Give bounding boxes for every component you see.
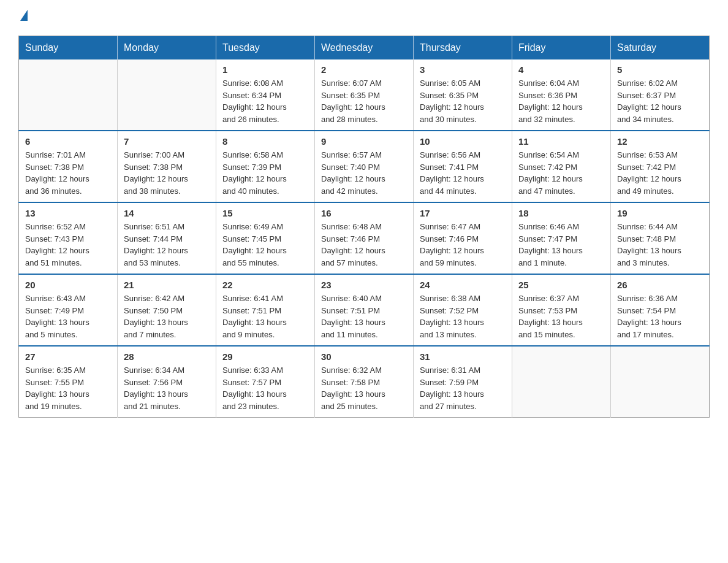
day-number: 25 bbox=[518, 280, 604, 290]
calendar-cell: 25Sunrise: 6:37 AM Sunset: 7:53 PM Dayli… bbox=[512, 274, 611, 346]
day-number: 21 bbox=[124, 280, 210, 290]
day-number: 11 bbox=[518, 136, 604, 147]
day-number: 4 bbox=[518, 64, 604, 75]
day-info: Sunrise: 6:58 AM Sunset: 7:39 PM Dayligh… bbox=[222, 149, 308, 197]
day-number: 18 bbox=[518, 208, 604, 218]
calendar-cell: 21Sunrise: 6:42 AM Sunset: 7:50 PM Dayli… bbox=[118, 274, 216, 346]
day-info: Sunrise: 6:43 AM Sunset: 7:49 PM Dayligh… bbox=[25, 293, 111, 340]
weekday-header-tuesday: Tuesday bbox=[216, 36, 315, 60]
week-row-5: 27Sunrise: 6:35 AM Sunset: 7:55 PM Dayli… bbox=[19, 346, 710, 418]
day-number: 27 bbox=[25, 351, 111, 362]
day-number: 8 bbox=[222, 136, 308, 147]
calendar-cell: 3Sunrise: 6:05 AM Sunset: 6:35 PM Daylig… bbox=[414, 59, 512, 131]
weekday-header-row: SundayMondayTuesdayWednesdayThursdayFrid… bbox=[19, 36, 710, 60]
calendar-cell: 5Sunrise: 6:02 AM Sunset: 6:37 PM Daylig… bbox=[611, 59, 710, 131]
day-info: Sunrise: 6:47 AM Sunset: 7:46 PM Dayligh… bbox=[420, 221, 506, 269]
day-info: Sunrise: 6:40 AM Sunset: 7:51 PM Dayligh… bbox=[321, 293, 407, 340]
day-info: Sunrise: 6:31 AM Sunset: 7:59 PM Dayligh… bbox=[420, 364, 506, 412]
day-info: Sunrise: 6:05 AM Sunset: 6:35 PM Dayligh… bbox=[420, 77, 506, 125]
calendar-cell: 7Sunrise: 7:00 AM Sunset: 7:38 PM Daylig… bbox=[118, 131, 216, 202]
week-row-1: 1Sunrise: 6:08 AM Sunset: 6:34 PM Daylig… bbox=[19, 59, 710, 131]
calendar-cell: 23Sunrise: 6:40 AM Sunset: 7:51 PM Dayli… bbox=[315, 274, 414, 346]
day-info: Sunrise: 6:35 AM Sunset: 7:55 PM Dayligh… bbox=[25, 364, 111, 412]
day-info: Sunrise: 6:57 AM Sunset: 7:40 PM Dayligh… bbox=[321, 149, 407, 197]
day-number: 24 bbox=[420, 280, 506, 290]
day-info: Sunrise: 6:04 AM Sunset: 6:36 PM Dayligh… bbox=[518, 77, 604, 125]
day-number: 14 bbox=[124, 208, 210, 218]
day-info: Sunrise: 6:37 AM Sunset: 7:53 PM Dayligh… bbox=[518, 293, 604, 340]
calendar-table: SundayMondayTuesdayWednesdayThursdayFrid… bbox=[18, 36, 710, 418]
logo-arrow-icon bbox=[20, 10, 28, 21]
weekday-header-saturday: Saturday bbox=[611, 36, 710, 60]
weekday-header-sunday: Sunday bbox=[19, 36, 118, 60]
day-info: Sunrise: 6:53 AM Sunset: 7:42 PM Dayligh… bbox=[617, 149, 703, 197]
calendar-cell: 13Sunrise: 6:52 AM Sunset: 7:43 PM Dayli… bbox=[19, 202, 118, 274]
calendar-cell bbox=[512, 346, 611, 418]
calendar-cell: 22Sunrise: 6:41 AM Sunset: 7:51 PM Dayli… bbox=[216, 274, 315, 346]
day-info: Sunrise: 6:38 AM Sunset: 7:52 PM Dayligh… bbox=[420, 293, 506, 340]
day-info: Sunrise: 6:33 AM Sunset: 7:57 PM Dayligh… bbox=[222, 364, 308, 412]
weekday-header-wednesday: Wednesday bbox=[315, 36, 414, 60]
calendar-cell: 10Sunrise: 6:56 AM Sunset: 7:41 PM Dayli… bbox=[414, 131, 512, 202]
calendar-cell bbox=[118, 59, 216, 131]
day-number: 22 bbox=[222, 280, 308, 290]
day-number: 19 bbox=[617, 208, 703, 218]
day-number: 20 bbox=[25, 280, 111, 290]
day-info: Sunrise: 7:00 AM Sunset: 7:38 PM Dayligh… bbox=[124, 149, 210, 197]
day-number: 7 bbox=[124, 136, 210, 147]
day-number: 31 bbox=[420, 351, 506, 362]
day-number: 9 bbox=[321, 136, 407, 147]
calendar-cell: 16Sunrise: 6:48 AM Sunset: 7:46 PM Dayli… bbox=[315, 202, 414, 274]
day-info: Sunrise: 6:56 AM Sunset: 7:41 PM Dayligh… bbox=[420, 149, 506, 197]
calendar-cell: 1Sunrise: 6:08 AM Sunset: 6:34 PM Daylig… bbox=[216, 59, 315, 131]
day-number: 2 bbox=[321, 64, 407, 75]
day-info: Sunrise: 6:07 AM Sunset: 6:35 PM Dayligh… bbox=[321, 77, 407, 125]
week-row-2: 6Sunrise: 7:01 AM Sunset: 7:38 PM Daylig… bbox=[19, 131, 710, 202]
calendar-cell: 15Sunrise: 6:49 AM Sunset: 7:45 PM Dayli… bbox=[216, 202, 315, 274]
calendar-cell: 17Sunrise: 6:47 AM Sunset: 7:46 PM Dayli… bbox=[414, 202, 512, 274]
calendar-body: 1Sunrise: 6:08 AM Sunset: 6:34 PM Daylig… bbox=[19, 59, 710, 418]
calendar-cell: 4Sunrise: 6:04 AM Sunset: 6:36 PM Daylig… bbox=[512, 59, 611, 131]
calendar-cell: 11Sunrise: 6:54 AM Sunset: 7:42 PM Dayli… bbox=[512, 131, 611, 202]
day-number: 12 bbox=[617, 136, 703, 147]
weekday-header-thursday: Thursday bbox=[414, 36, 512, 60]
day-number: 15 bbox=[222, 208, 308, 218]
day-info: Sunrise: 6:41 AM Sunset: 7:51 PM Dayligh… bbox=[222, 293, 308, 340]
weekday-header-monday: Monday bbox=[118, 36, 216, 60]
day-number: 5 bbox=[617, 64, 703, 75]
day-info: Sunrise: 6:36 AM Sunset: 7:54 PM Dayligh… bbox=[617, 293, 703, 340]
day-info: Sunrise: 6:34 AM Sunset: 7:56 PM Dayligh… bbox=[124, 364, 210, 412]
day-info: Sunrise: 6:49 AM Sunset: 7:45 PM Dayligh… bbox=[222, 221, 308, 269]
day-info: Sunrise: 6:08 AM Sunset: 6:34 PM Dayligh… bbox=[222, 77, 308, 125]
calendar-cell: 31Sunrise: 6:31 AM Sunset: 7:59 PM Dayli… bbox=[414, 346, 512, 418]
calendar-cell: 20Sunrise: 6:43 AM Sunset: 7:49 PM Dayli… bbox=[19, 274, 118, 346]
week-row-3: 13Sunrise: 6:52 AM Sunset: 7:43 PM Dayli… bbox=[19, 202, 710, 274]
calendar-cell: 8Sunrise: 6:58 AM Sunset: 7:39 PM Daylig… bbox=[216, 131, 315, 202]
week-row-4: 20Sunrise: 6:43 AM Sunset: 7:49 PM Dayli… bbox=[19, 274, 710, 346]
day-number: 17 bbox=[420, 208, 506, 218]
calendar-cell: 30Sunrise: 6:32 AM Sunset: 7:58 PM Dayli… bbox=[315, 346, 414, 418]
weekday-header-friday: Friday bbox=[512, 36, 611, 60]
day-info: Sunrise: 6:32 AM Sunset: 7:58 PM Dayligh… bbox=[321, 364, 407, 412]
day-number: 10 bbox=[420, 136, 506, 147]
day-number: 1 bbox=[222, 64, 308, 75]
day-info: Sunrise: 6:52 AM Sunset: 7:43 PM Dayligh… bbox=[25, 221, 111, 269]
day-number: 26 bbox=[617, 280, 703, 290]
calendar-cell bbox=[19, 59, 118, 131]
day-number: 29 bbox=[222, 351, 308, 362]
day-number: 6 bbox=[25, 136, 111, 147]
calendar-cell: 19Sunrise: 6:44 AM Sunset: 7:48 PM Dayli… bbox=[611, 202, 710, 274]
day-info: Sunrise: 6:44 AM Sunset: 7:48 PM Dayligh… bbox=[617, 221, 703, 269]
day-number: 16 bbox=[321, 208, 407, 218]
calendar-cell: 28Sunrise: 6:34 AM Sunset: 7:56 PM Dayli… bbox=[118, 346, 216, 418]
calendar-cell: 27Sunrise: 6:35 AM Sunset: 7:55 PM Dayli… bbox=[19, 346, 118, 418]
day-info: Sunrise: 6:02 AM Sunset: 6:37 PM Dayligh… bbox=[617, 77, 703, 125]
day-number: 30 bbox=[321, 351, 407, 362]
calendar-cell: 2Sunrise: 6:07 AM Sunset: 6:35 PM Daylig… bbox=[315, 59, 414, 131]
calendar-header: SundayMondayTuesdayWednesdayThursdayFrid… bbox=[19, 36, 710, 60]
calendar-cell: 14Sunrise: 6:51 AM Sunset: 7:44 PM Dayli… bbox=[118, 202, 216, 274]
logo bbox=[18, 12, 28, 23]
calendar-cell: 26Sunrise: 6:36 AM Sunset: 7:54 PM Dayli… bbox=[611, 274, 710, 346]
day-info: Sunrise: 6:48 AM Sunset: 7:46 PM Dayligh… bbox=[321, 221, 407, 269]
day-info: Sunrise: 6:46 AM Sunset: 7:47 PM Dayligh… bbox=[518, 221, 604, 269]
